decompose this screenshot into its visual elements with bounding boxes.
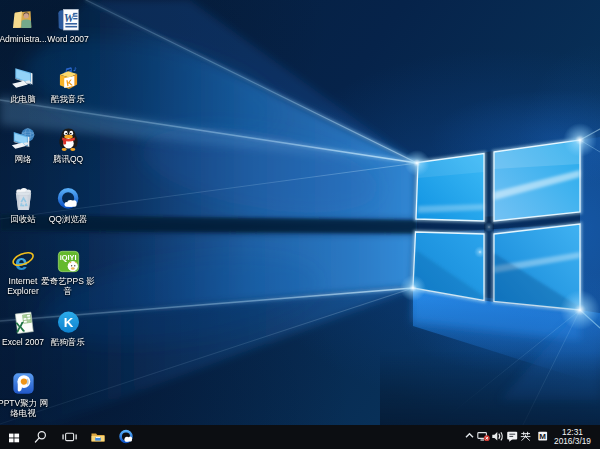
svg-text:iQIYI: iQIYI [59, 253, 76, 262]
svg-text:M: M [539, 432, 546, 441]
svg-text:2016/3/19: 2016/3/19 [554, 436, 591, 446]
svg-text:K: K [63, 315, 73, 330]
svg-text:12:31: 12:31 [562, 427, 583, 437]
